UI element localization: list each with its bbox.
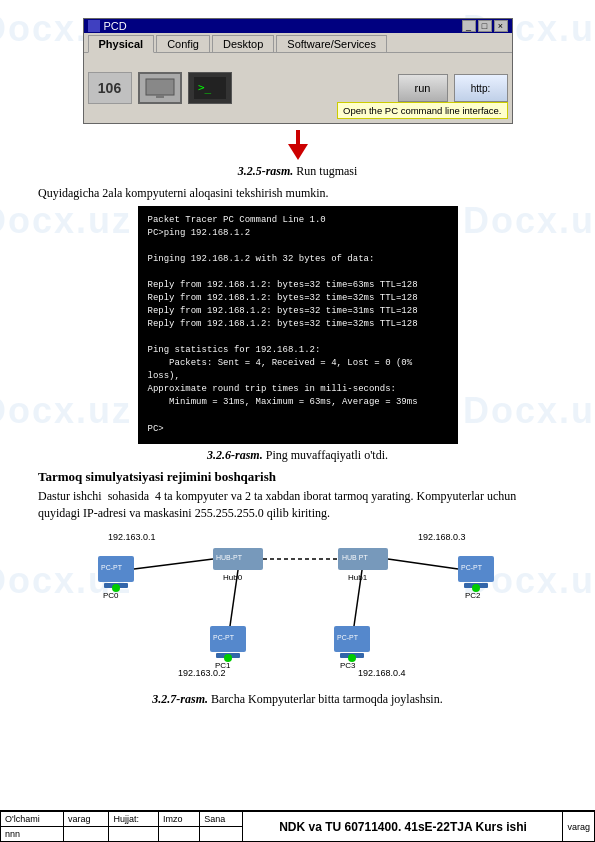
- pc3-type-label: PC-PT: [337, 634, 359, 641]
- line-hub1-pc2: [388, 559, 458, 569]
- pc1-label: PC1: [215, 661, 231, 670]
- ip-pc0: 192.163.0.1: [108, 532, 156, 542]
- terminal-box: >_: [188, 72, 232, 104]
- http-icon: http:: [454, 74, 508, 102]
- svg-rect-0: [146, 79, 174, 95]
- terminal-line-14: [148, 410, 448, 423]
- pcd-tabs: Physical Config Desktop Software/Service…: [84, 33, 512, 53]
- pcd-window-controls[interactable]: _ □ ×: [462, 20, 508, 32]
- pc0-indicator: [112, 584, 120, 592]
- terminal-line-4: [148, 266, 448, 279]
- caption-1: 3.2.5-rasm. Run tugmasi: [38, 164, 557, 179]
- network-svg: 192.163.0.1 192.168.0.3 192.163.0.2 192.…: [38, 528, 558, 688]
- pc2-label: PC2: [465, 591, 481, 600]
- pcd-device-num-icon: 106: [88, 72, 132, 104]
- terminal-line-2: [148, 240, 448, 253]
- caption-1-text: Run tugmasi: [293, 164, 357, 178]
- pcd-terminal-icon: >_: [188, 72, 232, 104]
- pcd-app-icon: [88, 20, 100, 32]
- caption-3-bold: 3.2.7-rasm.: [152, 692, 208, 706]
- arrow-container: [38, 130, 557, 160]
- caption-2: 3.2.6-rasm. Ping muvaffaqiyatli o'tdi.: [38, 448, 557, 463]
- network-diagram: 192.163.0.1 192.168.0.3 192.163.0.2 192.…: [38, 528, 557, 688]
- tab-desktop[interactable]: Desktop: [212, 35, 274, 52]
- pcd-window: PCD _ □ × Physical Config Desktop Softwa…: [83, 18, 513, 124]
- arrow-down: [288, 144, 308, 160]
- terminal-line-6: Reply from 192.168.1.2: bytes=32 time=32…: [148, 292, 448, 305]
- maximize-button[interactable]: □: [478, 20, 492, 32]
- svg-rect-1: [156, 95, 164, 98]
- svg-text:>_: >_: [198, 81, 212, 94]
- caption-3: 3.2.7-rasm. Barcha Kompyuterlar bitta ta…: [38, 692, 557, 707]
- body-text-2: Dastur ishchi sohasida 4 ta kompyuter va…: [38, 488, 557, 522]
- ip-pc2: 192.168.0.3: [418, 532, 466, 542]
- caption-2-bold: 3.2.6-rasm.: [207, 448, 263, 462]
- terminal-line-9: [148, 331, 448, 344]
- tooltip-box: Open the PC command line interface.: [337, 102, 507, 119]
- terminal-line-0: Packet Tracer PC Command Line 1.0: [148, 214, 448, 227]
- pc0-type-label: PC-PT: [101, 564, 123, 571]
- terminal-line-12: Approximate round trip times in milli-se…: [148, 383, 448, 396]
- terminal-line-3: Pinging 192.168.1.2 with 32 bytes of dat…: [148, 253, 448, 266]
- terminal-line-1: PC>ping 192.168.1.2: [148, 227, 448, 240]
- hub1-label: Hub1: [348, 573, 368, 582]
- pcd-monitor-icon: [138, 72, 182, 104]
- pcd-titlebar: PCD _ □ ×: [84, 19, 512, 33]
- terminal-line-11: Packets: Sent = 4, Received = 4, Lost = …: [148, 357, 448, 383]
- pc2-type-label: PC-PT: [461, 564, 483, 571]
- minimize-button[interactable]: _: [462, 20, 476, 32]
- run-button[interactable]: run: [398, 74, 448, 102]
- terminal-line-13: Minimum = 31ms, Maximum = 63ms, Average …: [148, 396, 448, 409]
- pc2-indicator: [472, 584, 480, 592]
- hub0-label: Hub0: [223, 573, 243, 582]
- close-button[interactable]: ×: [494, 20, 508, 32]
- terminal-svg: >_: [194, 77, 226, 99]
- monitor-svg: [144, 77, 176, 99]
- pcd-title: PCD: [104, 20, 127, 32]
- caption-1-bold: 3.2.5-rasm.: [238, 164, 294, 178]
- caption-3-text: Barcha Kompyuterlar bitta tarmoqda joyla…: [208, 692, 443, 706]
- terminal-line-8: Reply from 192.168.1.2: bytes=32 time=32…: [148, 318, 448, 331]
- hub0-type-label: HUB-PT: [216, 554, 243, 561]
- pc1-indicator: [224, 654, 232, 662]
- tab-physical[interactable]: Physical: [88, 35, 155, 53]
- device-box: 106: [88, 72, 132, 104]
- pc3-label: PC3: [340, 661, 356, 670]
- line-pc0-hub0: [134, 559, 213, 569]
- terminal-line-5: Reply from 192.168.1.2: bytes=32 time=63…: [148, 279, 448, 292]
- section-heading: Tarmoq simulyatsiyasi rejimini boshqaris…: [38, 469, 557, 486]
- body-text-1: Quyidagicha 2ala kompyuterni aloqasini t…: [38, 185, 557, 202]
- tab-software-services[interactable]: Software/Services: [276, 35, 387, 52]
- arrow-stem: [296, 130, 300, 144]
- device-num-label: 106: [98, 80, 121, 96]
- ip-pc3: 192.168.0.4: [358, 668, 406, 678]
- pcd-body: 106: [84, 53, 512, 123]
- hub1-type-label: HUB PT: [342, 554, 368, 561]
- terminal-line-10: Ping statistics for 192.168.1.2:: [148, 344, 448, 357]
- pc1-type-label: PC-PT: [213, 634, 235, 641]
- terminal-output: Packet Tracer PC Command Line 1.0 PC>pin…: [138, 206, 458, 444]
- tab-config[interactable]: Config: [156, 35, 210, 52]
- terminal-line-15: PC>: [148, 423, 448, 436]
- pcd-titlebar-left: PCD: [88, 20, 127, 32]
- caption-2-text: Ping muvaffaqiyatli o'tdi.: [263, 448, 388, 462]
- pc3-indicator: [348, 654, 356, 662]
- terminal-line-7: Reply from 192.168.1.2: bytes=32 time=31…: [148, 305, 448, 318]
- pc0-label: PC0: [103, 591, 119, 600]
